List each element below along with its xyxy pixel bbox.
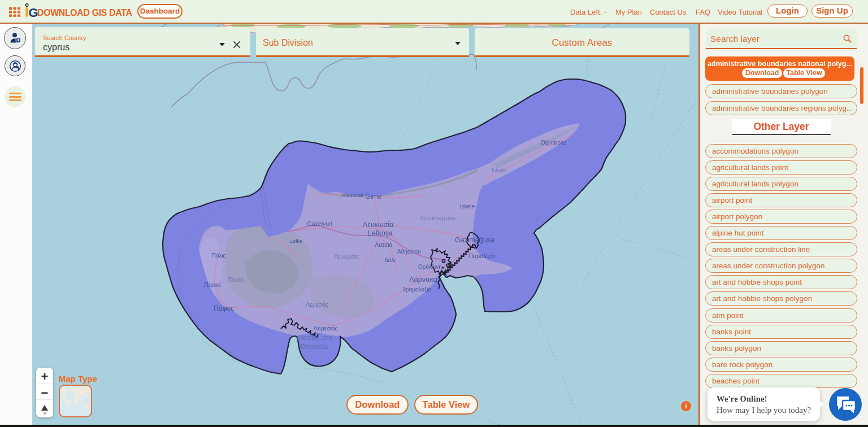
svg-text:Lefke: Lefke [289, 238, 302, 244]
svg-text:Girne: Girne [365, 193, 382, 201]
svg-text:İskele: İskele [460, 203, 475, 210]
svg-text:Lefkoşa: Lefkoşa [368, 229, 393, 237]
svg-text:İskele: İskele [492, 167, 507, 173]
svg-text:δρομολαξιά: δρομολαξιά [402, 286, 431, 293]
svg-text:Ορόκλινη: Ορόκλινη [418, 264, 442, 270]
svg-text:Λεμεσός: Λεμεσός [306, 301, 328, 308]
svg-text:Dipkarpaz: Dipkarpaz [541, 140, 566, 146]
svg-text:Gazimağusa: Gazimağusa [455, 236, 494, 244]
svg-text:Gazimağusa: Gazimağusa [420, 215, 456, 221]
svg-text:Πόλις: Πόλις [212, 252, 226, 259]
svg-text:Dhekelia: Dhekelia [301, 343, 328, 351]
svg-text:Akrotiri and: Akrotiri and [297, 334, 332, 342]
svg-text:Πάφος: Πάφος [228, 277, 245, 283]
svg-text:Δάλι: Δάλι [384, 257, 396, 263]
svg-text:Λατσιά: Λατσιά [375, 242, 393, 248]
svg-text:Λάρνακα: Λάρνακα [409, 276, 437, 284]
svg-text:Λευκωσία: Λευκωσία [334, 254, 359, 260]
svg-text:Güzelyurt: Güzelyurt [307, 220, 333, 227]
svg-text:Λευκωσία -: Λευκωσία - [363, 221, 398, 229]
svg-text:Λεμεσός: Λεμεσός [313, 325, 338, 332]
svg-text:Πέγεια: Πέγεια [204, 282, 220, 288]
svg-text:Παραλίμνι: Παραλίμνι [469, 252, 496, 259]
svg-text:Αθηαίνου: Αθηαίνου [397, 249, 421, 255]
svg-text:Alsancak: Alsancak [342, 192, 364, 198]
svg-text:Πάφος: Πάφος [214, 304, 234, 312]
svg-text:G: G [29, 6, 38, 19]
